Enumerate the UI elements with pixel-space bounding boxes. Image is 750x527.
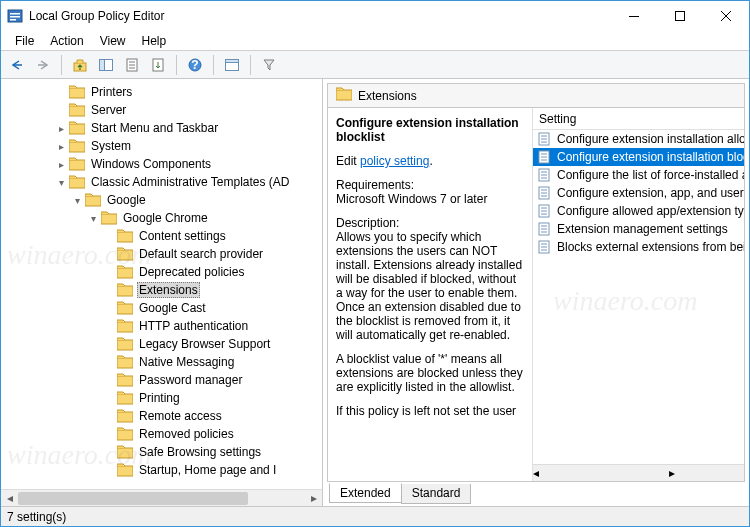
folder-icon xyxy=(69,175,85,189)
tabs-row: Extended Standard xyxy=(327,482,745,504)
help-button[interactable]: ? xyxy=(183,54,207,76)
tree-item-label: Server xyxy=(89,102,128,118)
menu-file[interactable]: File xyxy=(7,32,42,50)
maximize-button[interactable] xyxy=(657,1,703,31)
tree-item[interactable]: Safe Browsing settings xyxy=(1,443,322,461)
options-button[interactable] xyxy=(220,54,244,76)
tree-item[interactable]: Default search provider xyxy=(1,245,322,263)
svg-rect-44 xyxy=(336,90,352,100)
list-hscrollbar[interactable]: ◂ ▸ xyxy=(533,464,744,481)
tree-item[interactable]: Legacy Browser Support xyxy=(1,335,322,353)
body: PrintersServer▸Start Menu and Taskbar▸Sy… xyxy=(1,79,749,506)
setting-row[interactable]: Configure extension, app, and user scrip… xyxy=(533,184,744,202)
settings-list[interactable]: winaero.com Configure extension installa… xyxy=(533,130,744,464)
tree-item[interactable]: ▾Google Chrome xyxy=(1,209,322,227)
tree-item[interactable]: Server xyxy=(1,101,322,119)
expand-placeholder xyxy=(103,248,115,260)
svg-rect-24 xyxy=(69,124,85,134)
description-body2: A blocklist value of '*' means all exten… xyxy=(336,352,524,394)
back-button[interactable] xyxy=(5,54,29,76)
svg-rect-31 xyxy=(117,250,133,260)
collapse-icon[interactable]: ▾ xyxy=(87,212,99,224)
setting-row[interactable]: Configure allowed app/extension types xyxy=(533,202,744,220)
folder-icon xyxy=(117,247,133,261)
setting-icon xyxy=(537,167,553,183)
tree-item[interactable]: Printing xyxy=(1,389,322,407)
svg-rect-5 xyxy=(676,12,685,21)
svg-rect-41 xyxy=(117,430,133,440)
tree-item[interactable]: Printers xyxy=(1,83,322,101)
tree-hscrollbar[interactable]: ◂ ▸ xyxy=(1,489,322,506)
tree-item-label: Legacy Browser Support xyxy=(137,336,272,352)
tree-item-label: Deprecated policies xyxy=(137,264,246,280)
svg-rect-1 xyxy=(10,13,20,15)
tree-pane: PrintersServer▸Start Menu and Taskbar▸Sy… xyxy=(1,79,323,506)
expand-placeholder xyxy=(103,266,115,278)
tree[interactable]: PrintersServer▸Start Menu and Taskbar▸Sy… xyxy=(1,79,322,489)
collapse-icon[interactable]: ▾ xyxy=(71,194,83,206)
folder-icon xyxy=(336,87,352,104)
setting-row[interactable]: Extension management settings xyxy=(533,220,744,238)
properties-button[interactable] xyxy=(120,54,144,76)
settings-list-header[interactable]: Setting xyxy=(533,108,744,130)
menu-action[interactable]: Action xyxy=(42,32,91,50)
filter-button[interactable] xyxy=(257,54,281,76)
expand-placeholder xyxy=(55,104,67,116)
scroll-right-icon[interactable]: ▸ xyxy=(305,490,322,507)
tab-extended[interactable]: Extended xyxy=(329,483,402,503)
minimize-button[interactable] xyxy=(611,1,657,31)
tree-item[interactable]: Removed policies xyxy=(1,425,322,443)
edit-policy-link[interactable]: policy setting xyxy=(360,154,429,168)
policy-name: Configure extension installation blockli… xyxy=(336,116,524,144)
folder-icon xyxy=(69,121,85,135)
expand-icon[interactable]: ▸ xyxy=(55,140,67,152)
tree-item[interactable]: Remote access xyxy=(1,407,322,425)
svg-rect-39 xyxy=(117,394,133,404)
folder-icon xyxy=(69,157,85,171)
close-button[interactable] xyxy=(703,1,749,31)
tab-standard[interactable]: Standard xyxy=(401,484,472,504)
scroll-right-icon[interactable]: ▸ xyxy=(669,466,675,480)
menubar: File Action View Help xyxy=(1,31,749,51)
svg-rect-43 xyxy=(117,466,133,476)
tree-item[interactable]: Deprecated policies xyxy=(1,263,322,281)
svg-rect-27 xyxy=(69,178,85,188)
collapse-icon[interactable]: ▾ xyxy=(55,176,67,188)
tree-item[interactable]: Extensions xyxy=(1,281,322,299)
forward-button[interactable] xyxy=(31,54,55,76)
setting-row[interactable]: Blocks external extensions from being in… xyxy=(533,238,744,256)
expand-placeholder xyxy=(103,464,115,476)
svg-rect-26 xyxy=(69,160,85,170)
tree-item[interactable]: ▾Google xyxy=(1,191,322,209)
description-label: Description: xyxy=(336,216,524,230)
tree-item-label: Printing xyxy=(137,390,182,406)
menu-view[interactable]: View xyxy=(92,32,134,50)
setting-row[interactable]: Configure extension installation blockli… xyxy=(533,148,744,166)
tree-item[interactable]: Content settings xyxy=(1,227,322,245)
menu-help[interactable]: Help xyxy=(134,32,175,50)
tree-item[interactable]: ▸Start Menu and Taskbar xyxy=(1,119,322,137)
folder-icon xyxy=(117,355,133,369)
expand-placeholder xyxy=(103,410,115,422)
svg-rect-40 xyxy=(117,412,133,422)
show-hide-tree-button[interactable] xyxy=(94,54,118,76)
tree-item[interactable]: ▾Classic Administrative Templates (AD xyxy=(1,173,322,191)
tree-item[interactable]: ▸Windows Components xyxy=(1,155,322,173)
svg-rect-23 xyxy=(69,106,85,116)
up-button[interactable] xyxy=(68,54,92,76)
tree-item[interactable]: Startup, Home page and I xyxy=(1,461,322,479)
tree-item[interactable]: Google Cast xyxy=(1,299,322,317)
scroll-left-icon[interactable]: ◂ xyxy=(1,490,18,507)
tree-item[interactable]: Native Messaging xyxy=(1,353,322,371)
tree-item[interactable]: Password manager xyxy=(1,371,322,389)
setting-icon xyxy=(537,185,553,201)
expand-icon[interactable]: ▸ xyxy=(55,158,67,170)
setting-row[interactable]: Configure the list of force-installed ap… xyxy=(533,166,744,184)
scroll-left-icon[interactable]: ◂ xyxy=(533,466,539,480)
export-button[interactable] xyxy=(146,54,170,76)
setting-row[interactable]: Configure extension installation allow l… xyxy=(533,130,744,148)
tree-item[interactable]: ▸System xyxy=(1,137,322,155)
tree-item[interactable]: HTTP authentication xyxy=(1,317,322,335)
expand-icon[interactable]: ▸ xyxy=(55,122,67,134)
expand-placeholder xyxy=(55,86,67,98)
